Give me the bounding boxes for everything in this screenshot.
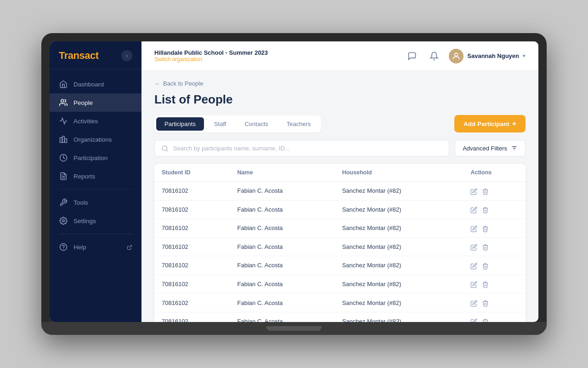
people-icon [59, 98, 68, 107]
col-header-actions: Actions [463, 164, 526, 182]
back-arrow-icon: ← [154, 80, 160, 87]
delete-icon[interactable] [482, 317, 489, 322]
edit-icon[interactable] [470, 280, 477, 288]
sidebar-item-organizations[interactable]: Organizations [50, 130, 141, 149]
cell-actions [463, 200, 526, 219]
delete-icon[interactable] [482, 261, 489, 270]
page-content: ← Back to People List of People Particip… [141, 71, 538, 322]
search-icon [161, 144, 169, 152]
cell-household: Sanchez Montar (#82) [335, 219, 464, 238]
delete-icon[interactable] [482, 206, 489, 214]
sidebar-item-activities[interactable]: Activities [50, 112, 141, 130]
home-icon [59, 80, 68, 89]
cell-actions [463, 293, 526, 312]
cell-student-id: 70816102 [154, 275, 230, 293]
cell-name: Fabian C. Acosta [230, 237, 335, 256]
edit-icon[interactable] [470, 187, 477, 195]
sidebar-item-participation[interactable]: Participation [50, 149, 141, 167]
edit-icon[interactable] [470, 261, 477, 270]
delete-icon[interactable] [482, 243, 489, 251]
search-input[interactable] [173, 145, 442, 152]
advanced-filters-button[interactable]: Advanced Filters [455, 140, 526, 156]
page-title: List of People [154, 92, 526, 107]
switch-org-link[interactable]: Switch organization [154, 56, 268, 63]
cell-name: Fabian C. Acosta [230, 312, 335, 322]
table-row: 70816102 Fabian C. Acosta Sanchez Montar… [154, 237, 526, 256]
cell-household: Sanchez Montar (#82) [335, 237, 464, 256]
tabs: Participants Staff Contacts Teachers [154, 115, 321, 132]
table-row: 70816102 Fabian C. Acosta Sanchez Montar… [154, 312, 526, 322]
sidebar-item-label: Dashboard [74, 81, 104, 88]
sidebar-item-reports[interactable]: Reports [50, 167, 141, 185]
sidebar-item-label: People [74, 99, 93, 106]
col-header-name: Name [230, 164, 335, 182]
sidebar-item-dashboard[interactable]: Dashboard [50, 75, 141, 93]
sidebar-divider-2 [59, 234, 132, 234]
cell-household: Sanchez Montar (#82) [335, 275, 464, 293]
sidebar: Transact ‹ Dashboard [50, 41, 141, 322]
notifications-icon[interactable] [427, 49, 441, 63]
sidebar-item-label: Tools [74, 199, 88, 206]
avatar [449, 49, 464, 63]
tab-teachers[interactable]: Teachers [278, 117, 319, 131]
cell-actions [463, 312, 526, 322]
cell-student-id: 70816102 [154, 312, 230, 322]
table-row: 70816102 Fabian C. Acosta Sanchez Montar… [154, 182, 526, 201]
sidebar-item-label: Organizations [74, 136, 112, 143]
chat-icon[interactable] [405, 49, 419, 63]
svg-line-13 [166, 150, 168, 151]
cell-actions [463, 237, 526, 256]
app-logo: Transact [59, 50, 99, 62]
cell-actions [463, 256, 526, 275]
edit-icon[interactable] [470, 206, 477, 214]
delete-icon[interactable] [482, 224, 489, 232]
cell-student-id: 70816102 [154, 200, 230, 219]
svg-rect-2 [62, 136, 65, 143]
cell-name: Fabian C. Acosta [230, 275, 335, 293]
edit-icon[interactable] [470, 224, 477, 232]
sidebar-item-help[interactable]: Help [50, 238, 141, 256]
sidebar-item-label: Reports [74, 173, 95, 180]
table-row: 70816102 Fabian C. Acosta Sanchez Montar… [154, 200, 526, 219]
edit-icon[interactable] [470, 317, 477, 322]
cell-household: Sanchez Montar (#82) [335, 256, 464, 275]
search-row: Advanced Filters [154, 140, 526, 156]
tabs-row: Participants Staff Contacts Teachers Add… [154, 115, 526, 132]
cell-student-id: 70816102 [154, 293, 230, 312]
sidebar-collapse-button[interactable]: ‹ [121, 50, 132, 61]
topbar-actions: Savannah Nguyen ▾ [405, 49, 526, 63]
advanced-filters-label: Advanced Filters [463, 145, 507, 152]
org-name: Hillandale Public School - Summer 2023 [154, 49, 268, 56]
sidebar-item-people[interactable]: People [50, 93, 141, 112]
sidebar-item-settings[interactable]: Settings [50, 212, 141, 230]
tab-participants[interactable]: Participants [156, 117, 204, 131]
cell-household: Sanchez Montar (#82) [335, 200, 464, 219]
topbar-org-info: Hillandale Public School - Summer 2023 S… [154, 49, 268, 63]
sidebar-item-label: Settings [74, 218, 96, 224]
delete-icon[interactable] [482, 280, 489, 288]
table-row: 70816102 Fabian C. Acosta Sanchez Montar… [154, 293, 526, 312]
edit-icon[interactable] [470, 243, 477, 251]
edit-icon[interactable] [470, 299, 477, 307]
cell-name: Fabian C. Acosta [230, 200, 335, 219]
svg-rect-3 [65, 139, 67, 143]
sidebar-item-label: Help [74, 244, 86, 251]
participation-icon [59, 153, 68, 162]
user-menu[interactable]: Savannah Nguyen ▾ [449, 49, 526, 63]
cell-actions [463, 219, 526, 238]
back-link[interactable]: ← Back to People [154, 80, 526, 87]
search-box [154, 140, 449, 156]
cell-student-id: 70816102 [154, 219, 230, 238]
delete-icon[interactable] [482, 299, 489, 307]
delete-icon[interactable] [482, 187, 489, 195]
external-link-icon [127, 244, 132, 251]
add-participant-button[interactable]: Add Participant + [454, 115, 526, 132]
cell-name: Fabian C. Acosta [230, 293, 335, 312]
sidebar-nav: Dashboard People [50, 69, 141, 322]
cell-household: Sanchez Montar (#82) [335, 293, 464, 312]
tab-staff[interactable]: Staff [206, 117, 235, 131]
cell-actions [463, 182, 526, 201]
sidebar-item-tools[interactable]: Tools [50, 193, 141, 212]
topbar: Hillandale Public School - Summer 2023 S… [141, 41, 538, 71]
tab-contacts[interactable]: Contacts [236, 117, 276, 131]
